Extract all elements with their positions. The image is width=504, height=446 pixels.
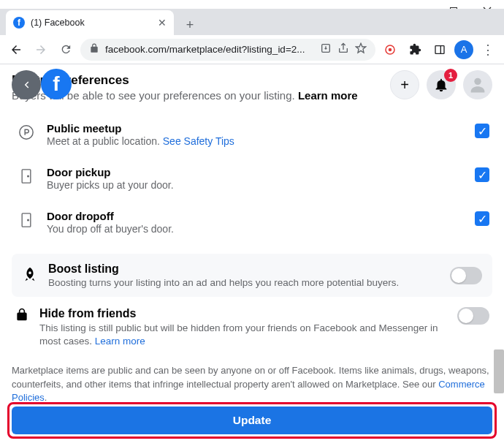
reload-button[interactable] bbox=[56, 39, 76, 60]
door-icon bbox=[18, 167, 35, 185]
install-app-icon[interactable] bbox=[320, 42, 332, 56]
browser-tab[interactable]: f (1) Facebook ✕ bbox=[6, 10, 174, 35]
share-icon[interactable] bbox=[337, 42, 349, 56]
pref-public-meetup[interactable]: Public meetup Meet at a public location.… bbox=[12, 115, 492, 159]
page-content: f + 1 Meetup preferences Buyers will be … bbox=[0, 64, 504, 446]
new-tab-button[interactable]: + bbox=[180, 15, 200, 35]
url-text: facebook.com/marketplace/edit?listing_id… bbox=[105, 44, 314, 55]
svg-point-6 bbox=[389, 48, 392, 51]
forward-button[interactable] bbox=[31, 39, 51, 60]
fb-profile-button[interactable] bbox=[463, 70, 492, 99]
svg-point-14 bbox=[28, 219, 29, 221]
address-bar[interactable]: facebook.com/marketplace/edit?listing_id… bbox=[80, 39, 375, 61]
svg-point-9 bbox=[474, 78, 481, 85]
scrollbar-thumb[interactable] bbox=[494, 349, 504, 393]
browser-menu-button[interactable]: ⋮ bbox=[478, 39, 498, 60]
svg-rect-7 bbox=[435, 45, 444, 53]
back-button[interactable] bbox=[6, 39, 26, 60]
lock-icon bbox=[89, 43, 99, 56]
hide-from-friends-row[interactable]: Hide from friends This listing is still … bbox=[12, 297, 492, 351]
notif-badge: 1 bbox=[444, 69, 457, 82]
facebook-logo-icon[interactable]: f bbox=[41, 69, 72, 99]
pref-door-pickup[interactable]: Door pickup Buyer picks up at your door.… bbox=[12, 159, 492, 203]
pref-door-dropoff[interactable]: Door dropoff You drop off at buyer's doo… bbox=[12, 203, 492, 246]
checkbox-door-dropoff[interactable]: ✓ bbox=[475, 211, 489, 226]
boost-listing-card[interactable]: Boost listing Boosting turns your listin… bbox=[12, 254, 492, 297]
update-button[interactable]: Update bbox=[12, 407, 492, 434]
fb-back-button[interactable] bbox=[12, 70, 41, 99]
safety-tips-link[interactable]: See Safety Tips bbox=[163, 135, 234, 147]
side-panel-icon[interactable] bbox=[429, 39, 450, 60]
browser-profile-avatar[interactable]: A bbox=[454, 40, 473, 59]
svg-rect-11 bbox=[22, 170, 31, 183]
fb-topbar: f + 1 bbox=[0, 64, 504, 105]
extensions-puzzle-icon[interactable] bbox=[405, 39, 425, 60]
boost-toggle[interactable] bbox=[450, 267, 482, 284]
tabstrip: f (1) Facebook ✕ + bbox=[0, 9, 504, 35]
tab-title: (1) Facebook bbox=[31, 18, 85, 28]
tab-close-icon[interactable]: ✕ bbox=[158, 17, 167, 29]
lock-icon bbox=[15, 307, 29, 325]
facebook-favicon-icon: f bbox=[13, 17, 25, 29]
fb-notifications-button[interactable]: 1 bbox=[427, 70, 456, 99]
bookmark-icon[interactable] bbox=[355, 42, 367, 56]
fb-create-button[interactable]: + bbox=[390, 70, 419, 99]
parking-p-icon bbox=[18, 124, 35, 141]
extension-circle-icon[interactable] bbox=[380, 39, 400, 60]
rocket-icon bbox=[22, 266, 38, 285]
checkbox-public-meetup[interactable]: ✓ bbox=[475, 124, 489, 138]
door-icon bbox=[18, 211, 35, 229]
update-button-highlight: Update bbox=[7, 402, 497, 439]
hide-toggle[interactable] bbox=[457, 307, 489, 325]
hide-learn-more-link[interactable]: Learn more bbox=[95, 336, 145, 347]
svg-point-12 bbox=[28, 175, 29, 177]
disclaimer-text: Marketplace items are public and can be … bbox=[0, 351, 504, 404]
browser-toolbar: facebook.com/marketplace/edit?listing_id… bbox=[0, 35, 504, 64]
checkbox-door-pickup[interactable]: ✓ bbox=[475, 167, 489, 182]
svg-rect-13 bbox=[22, 213, 31, 227]
